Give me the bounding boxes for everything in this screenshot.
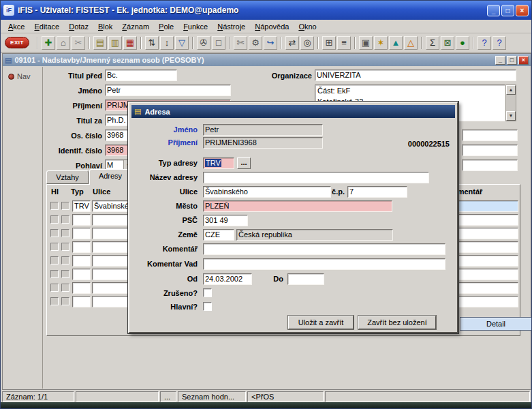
form-minimize-button[interactable]: _ (495, 56, 505, 65)
close-form-icon[interactable]: ⊠ (441, 36, 454, 50)
settings-icon[interactable]: ⚙ (249, 36, 262, 50)
typ-cell[interactable] (72, 269, 91, 280)
menu-item-funkce[interactable]: Funkce (178, 21, 213, 32)
mountain-icon[interactable]: ▲ (389, 36, 403, 50)
grid-icon[interactable]: ⊞ (322, 36, 336, 50)
hl-checkbox[interactable] (50, 256, 59, 264)
typ-cell[interactable] (72, 282, 91, 294)
menu-item-pole[interactable]: Pole (154, 21, 178, 32)
flag-checkbox[interactable] (61, 202, 69, 210)
menu-item-napoveda[interactable]: Nápověda (250, 21, 294, 32)
help-icon[interactable]: ? (492, 36, 506, 50)
menu-item-editace[interactable]: Editace (29, 21, 64, 32)
hlavni-checkbox[interactable] (203, 302, 212, 311)
warning-icon[interactable]: △ (404, 36, 418, 50)
menu-item-zaznam[interactable]: Záznam (117, 21, 154, 32)
flag-checkbox[interactable] (61, 270, 69, 278)
hl-checkbox[interactable] (50, 229, 59, 237)
sort-asc-icon[interactable]: ⇅ (145, 36, 159, 50)
mesto-input[interactable]: PLZEŇ (203, 200, 392, 212)
help-context-icon[interactable]: ? (478, 36, 491, 50)
cp-label: č.p. (315, 187, 345, 196)
typ-cell[interactable] (72, 214, 91, 226)
copy-icon[interactable]: ▤ (93, 36, 107, 50)
sort-desc-icon[interactable]: ↕ (160, 36, 174, 50)
od-input[interactable]: 24.03.2002 (203, 273, 252, 285)
transfer-icon[interactable]: ⇄ (285, 36, 299, 50)
print-icon[interactable]: ✇ (197, 36, 210, 50)
scroll-up-icon[interactable]: ▲ (506, 85, 516, 95)
close-button[interactable]: × (516, 5, 529, 16)
typ-cell[interactable]: TRV (72, 200, 91, 212)
flag-checkbox[interactable] (61, 229, 69, 237)
zruseno-checkbox[interactable] (203, 288, 212, 297)
do-input[interactable] (287, 273, 324, 285)
star-icon[interactable]: ✶ (374, 36, 388, 50)
form-close-button[interactable]: × (518, 56, 529, 65)
sum-icon[interactable]: Σ (426, 36, 439, 50)
lov-button[interactable]: ... (237, 157, 251, 169)
clipboard-icon[interactable]: ▣ (359, 36, 373, 50)
dialog-titlebar[interactable]: ▤ Adresa (131, 105, 455, 118)
komentar-vad-input[interactable] (203, 258, 445, 270)
cut-alt-icon[interactable]: ✄ (234, 36, 247, 50)
org-scrollbar[interactable]: ▲ ▼ (505, 85, 516, 121)
menu-item-nastroje[interactable]: Nástroje (213, 21, 250, 32)
hl-checkbox[interactable] (50, 284, 59, 292)
tab-adresy[interactable]: Adresy (89, 169, 131, 185)
globe-icon[interactable]: ● (456, 36, 469, 50)
save-close-button[interactable]: Uložit a zavřít (288, 316, 354, 329)
close-without-save-button[interactable]: Zavřít bez uložení (358, 316, 436, 329)
flag-checkbox[interactable] (61, 256, 69, 264)
cp-input[interactable]: 7 (347, 186, 407, 198)
scroll-down-icon[interactable]: ▼ (506, 111, 516, 121)
person-extra-field-3[interactable] (462, 160, 518, 171)
maximize-button[interactable]: □ (501, 5, 514, 16)
flag-checkbox[interactable] (61, 284, 69, 292)
delete-record-icon[interactable]: ▦ (123, 36, 137, 50)
hl-checkbox[interactable] (50, 202, 59, 210)
komentar-input[interactable] (203, 243, 445, 255)
filter-icon[interactable]: ▽ (175, 36, 189, 50)
list-icon[interactable]: ≡ (337, 36, 351, 50)
form-window-titlebar[interactable]: ▤ 09101 - Nadstavby/Jmenný seznam osob (… (3, 54, 531, 66)
menu-item-blok[interactable]: Blok (93, 21, 117, 32)
redo-icon[interactable]: ↪ (264, 36, 277, 50)
detail-button[interactable]: Detail (460, 317, 532, 331)
menu-item-akce[interactable]: Akce (3, 21, 29, 32)
tab-vztahy[interactable]: Vztahy (46, 170, 89, 184)
minimize-button[interactable]: _ (487, 5, 500, 16)
exit-button[interactable]: EXIT (5, 37, 29, 48)
menu-item-okno[interactable]: Okno (294, 21, 321, 32)
typ-cell[interactable] (72, 296, 91, 307)
form-maximize-button[interactable]: □ (507, 56, 517, 65)
person-extra-field-1[interactable] (462, 130, 518, 141)
typ-cell[interactable] (72, 255, 91, 267)
psc-input[interactable]: 301 49 (203, 215, 248, 226)
flag-checkbox[interactable] (61, 297, 69, 305)
hl-checkbox[interactable] (50, 243, 59, 251)
cut-icon[interactable]: ✂ (72, 36, 85, 50)
flag-checkbox[interactable] (61, 243, 69, 251)
nav-panel[interactable]: Nav (3, 67, 43, 389)
person-extra-field-2[interactable] (462, 145, 518, 156)
nazev-adresy-input[interactable] (203, 172, 429, 183)
titul-pred-input[interactable]: Bc. (105, 70, 177, 81)
typ-cell[interactable] (72, 228, 91, 239)
open-form-icon[interactable]: ⌂ (57, 36, 70, 50)
typ-adresy-input[interactable]: TRV (203, 157, 234, 169)
hl-checkbox[interactable] (50, 270, 59, 278)
page-preview-icon[interactable]: □ (212, 36, 225, 50)
new-record-icon[interactable]: ✚ (42, 36, 55, 50)
menu-item-dotaz[interactable]: Dotaz (64, 21, 93, 32)
zeme-code-input[interactable]: CZE (203, 229, 234, 241)
typ-cell[interactable] (72, 241, 91, 253)
jmeno-input[interactable]: Petr (105, 85, 231, 96)
hl-checkbox[interactable] (50, 215, 59, 224)
paste-icon[interactable]: ▥ (108, 36, 122, 50)
ulice-input[interactable]: Švabinského (203, 186, 331, 198)
search-icon[interactable]: ◎ (300, 36, 314, 50)
organizace-input[interactable]: UNIVERZITA (315, 70, 516, 81)
hl-checkbox[interactable] (50, 297, 59, 305)
flag-checkbox[interactable] (61, 215, 69, 224)
